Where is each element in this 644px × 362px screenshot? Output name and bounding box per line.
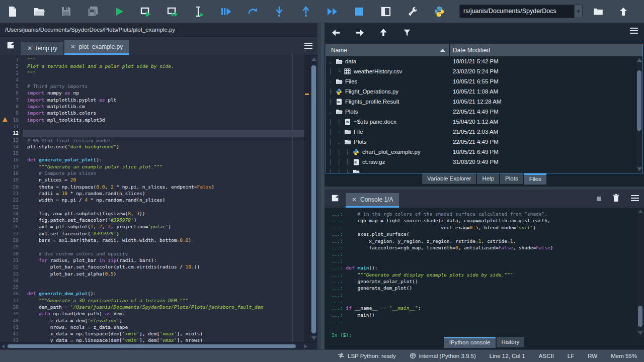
column-header-name[interactable]: Name — [326, 44, 450, 56]
files-vertical-scrollbar[interactable] — [635, 56, 642, 173]
scroll-right-arrow[interactable] — [304, 344, 307, 348]
rerun-cell-button[interactable] — [245, 4, 260, 19]
editor-tab-temp.py[interactable]: ✕temp.py — [21, 42, 63, 55]
file-row[interactable]: │⌄Plots22/05/21 4:49 PM — [326, 137, 642, 147]
chevron-right-icon[interactable]: › — [326, 78, 335, 85]
column-header-date-modified[interactable]: Date Modified — [450, 44, 642, 56]
scrollbar-thumb[interactable] — [638, 306, 642, 327]
editor-vertical-scrollbar[interactable] — [309, 55, 317, 342]
file-row[interactable]: ├01Flights_profile.Result10/05/21 12:28 … — [326, 97, 642, 107]
line-number: 8 — [0, 103, 23, 110]
scroll-down-arrow[interactable] — [311, 336, 316, 340]
scrollbar-thumb[interactable] — [7, 344, 296, 348]
step-return-button[interactable] — [298, 4, 313, 19]
tab-variable-explorer[interactable]: Variable Explorer — [422, 173, 476, 184]
editor-tab-plot_example.py[interactable]: ✕plot_example.py — [64, 40, 129, 55]
editor-options-menu-button[interactable] — [304, 42, 312, 51]
browse-workdir-button[interactable] — [591, 4, 606, 19]
run-cell-advance-button[interactable] — [165, 4, 180, 19]
remove-variables-button[interactable] — [612, 194, 620, 204]
scroll-down-arrow[interactable] — [638, 331, 643, 335]
chevron-down-icon[interactable]: ⌄ — [335, 139, 343, 145]
files-back-button[interactable] — [329, 26, 344, 40]
run-button[interactable] — [112, 4, 127, 19]
console-tab[interactable]: ✕ Console 1/A — [346, 193, 399, 208]
hamburger-icon — [304, 43, 312, 51]
tree-connector: ├ — [326, 99, 335, 105]
new-file-icon — [8, 6, 18, 17]
editor-horizontal-scrollbar[interactable] — [0, 342, 317, 349]
file-row[interactable]: ›Files10/05/21 6:55 PM — [326, 76, 642, 86]
tab-history[interactable]: History — [497, 337, 525, 347]
file-row[interactable]: │├W~$ots pane.docx15/04/20 1:12 AM — [326, 117, 642, 127]
word-icon: W — [343, 119, 352, 125]
browse-tabs-button[interactable] — [329, 192, 342, 205]
file-row[interactable]: ⌄Plots22/05/21 4:49 PM — [326, 107, 642, 117]
files-filter-button[interactable] — [399, 26, 415, 40]
files-parent-button[interactable] — [376, 26, 391, 40]
close-icon[interactable]: ✕ — [70, 43, 75, 50]
run-cell-button[interactable] — [138, 4, 153, 19]
close-icon[interactable]: ✕ — [352, 196, 357, 203]
files-forward-button[interactable] — [352, 26, 367, 40]
scroll-up-arrow[interactable] — [637, 58, 642, 62]
console-options-menu-button[interactable] — [631, 195, 639, 203]
save-all-button[interactable] — [85, 4, 100, 19]
close-icon[interactable]: ✕ — [27, 45, 32, 52]
file-row[interactable]: ├Flight_Operations.py10/05/21 1:08 AM — [326, 86, 642, 97]
ipython-console-output[interactable]: ...: # in the rgb colors of the shaded s… — [325, 208, 644, 337]
line-number: 32 — [0, 263, 23, 270]
scroll-left-arrow[interactable] — [2, 344, 5, 348]
working-directory-input[interactable]: rs/juanis/Documents/SpyderDocs — [459, 5, 574, 18]
stop-console-button[interactable] — [597, 197, 601, 201]
file-row[interactable]: ││├ — [326, 167, 642, 173]
new-file-button[interactable] — [5, 4, 20, 19]
continue-execution-button[interactable] — [325, 4, 340, 19]
browse-tabs-button[interactable] — [4, 39, 17, 52]
save-button[interactable] — [58, 4, 73, 19]
file-row[interactable]: ││├chart_plot_example.py10/05/21 6:49 PM — [326, 147, 642, 157]
preferences-button[interactable] — [405, 4, 420, 19]
file-row[interactable]: │└weatherHistory.csv23/02/20 5:24 PM — [326, 66, 642, 76]
tab-help[interactable]: Help — [477, 173, 499, 184]
code-area[interactable]: """Plot a terrain model and a polar plot… — [23, 55, 304, 342]
stop-button[interactable] — [352, 4, 367, 19]
chevron-down-icon[interactable]: ⌄ — [326, 109, 335, 115]
files-options-menu-button[interactable] — [630, 27, 638, 36]
scroll-down-arrow[interactable] — [637, 167, 642, 171]
tab-files[interactable]: Files — [524, 173, 546, 185]
parent-directory-button[interactable] — [616, 4, 631, 19]
folder-icon — [343, 129, 352, 135]
chevron-right-icon[interactable]: › — [335, 129, 343, 135]
file-row[interactable]: ││├01ct.raw.gz31/03/20 9:49 PM — [326, 157, 642, 167]
debug-file-button[interactable] — [218, 4, 233, 19]
step-into-button[interactable] — [272, 4, 287, 19]
open-file-button[interactable] — [32, 4, 47, 19]
scroll-up-arrow[interactable] — [638, 210, 643, 213]
status-bar: LSP Python: readyinternal (Python 3.9.5)… — [0, 349, 644, 362]
tab-plots[interactable]: Plots — [500, 173, 523, 184]
code-line: z_data = dem['elevation'] — [23, 317, 304, 324]
console-line: ...: """Generate and display example plo… — [332, 272, 644, 278]
tab-ipython-console[interactable]: IPython console — [444, 337, 496, 348]
workdir-dropdown-button[interactable]: ▼ — [574, 5, 583, 18]
console-line: ...: facecolors=rgb_map, linewidth=0, an… — [332, 244, 644, 251]
chevron-down-icon[interactable]: ⌄ — [326, 58, 335, 65]
file-date-modified: 15/04/20 1:12 AM — [453, 119, 498, 125]
file-name: Plots — [343, 109, 358, 115]
python-path-manager-button[interactable] — [432, 4, 447, 19]
files-tree-body[interactable]: ⌄data18/01/21 5:42 PM│└weatherHistory.cs… — [326, 56, 642, 173]
code-line: plot_bar.set_facecolor(plt.cm.viridis(ra… — [23, 263, 304, 270]
scrollbar-thumb[interactable] — [637, 70, 641, 131]
scrollbar-thumb[interactable] — [311, 65, 316, 334]
console-vertical-scrollbar[interactable] — [637, 208, 644, 337]
code-line: fig.patch.set_facecolor('#395979') — [23, 217, 304, 223]
run-selection-button[interactable] — [192, 4, 207, 19]
file-row[interactable]: │›File21/05/21 2:03 AM — [326, 127, 642, 137]
line-number: 13 — [0, 137, 23, 143]
maximize-pane-button[interactable] — [378, 4, 393, 19]
code-editor[interactable]: 1234567891011121314151617181920212223242… — [0, 55, 317, 342]
line-number: 1 — [0, 56, 23, 63]
scroll-up-arrow[interactable] — [311, 57, 316, 61]
file-row[interactable]: ⌄data18/01/21 5:42 PM — [326, 56, 642, 66]
